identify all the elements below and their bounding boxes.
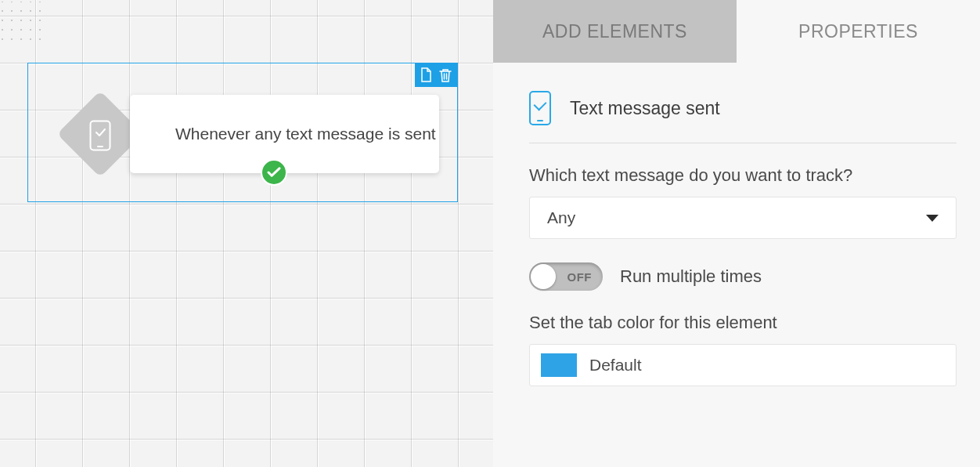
text-message-sent-icon — [529, 91, 551, 125]
track-question-label: Which text message do you want to track? — [529, 165, 957, 186]
chevron-down-icon — [926, 215, 939, 222]
duplicate-icon[interactable] — [420, 67, 432, 83]
tab-add-elements[interactable]: ADD ELEMENTS — [493, 0, 737, 63]
tab-properties[interactable]: PROPERTIES — [737, 0, 980, 63]
tab-color-label: Set the tab color for this element — [529, 313, 957, 333]
tab-color-select[interactable]: Default — [529, 344, 957, 386]
run-multiple-toggle[interactable]: OFF — [529, 262, 603, 291]
panel-header: Text message sent — [529, 91, 957, 143]
tab-add-elements-label: ADD ELEMENTS — [542, 21, 687, 42]
tab-properties-label: PROPERTIES — [798, 21, 918, 42]
track-message-value: Any — [547, 208, 575, 227]
panel-title: Text message sent — [570, 98, 720, 119]
flow-canvas[interactable]: Whenever any text message is sent — [0, 0, 493, 467]
side-panel: ADD ELEMENTS PROPERTIES Text message sen… — [493, 0, 980, 467]
toggle-knob — [531, 264, 556, 289]
node-toolbar — [415, 63, 457, 87]
delete-icon[interactable] — [438, 67, 452, 83]
toggle-state-label: OFF — [567, 270, 593, 284]
node-selection[interactable]: Whenever any text message is sent — [27, 63, 458, 202]
trigger-card-text: Whenever any text message is sent — [175, 125, 436, 143]
panel-tabs: ADD ELEMENTS PROPERTIES — [493, 0, 980, 63]
tab-color-value: Default — [589, 356, 642, 375]
trigger-card[interactable]: Whenever any text message is sent — [130, 95, 439, 173]
status-ok-icon — [261, 159, 287, 186]
color-swatch — [541, 353, 577, 377]
run-multiple-label: Run multiple times — [620, 266, 762, 287]
track-message-select[interactable]: Any — [529, 197, 957, 239]
